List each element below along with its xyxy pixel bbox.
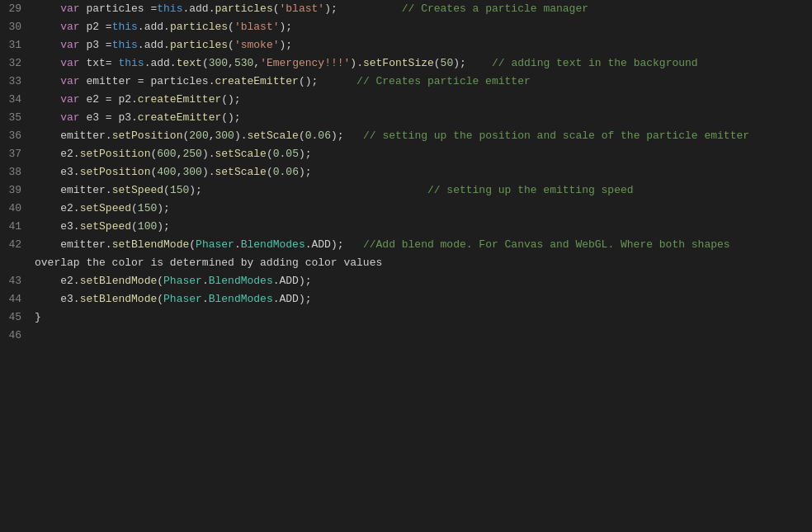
- code-line: 46: [0, 327, 812, 345]
- line-number: 44: [0, 290, 35, 308]
- code-line: 45}: [0, 308, 812, 327]
- line-content: e3.setBlendMode(Phaser.BlendModes.ADD);: [35, 290, 812, 308]
- line-content: e3.setPosition(400,300).setScale(0.06);: [35, 163, 812, 181]
- code-line-continuation: overlap the color is determined by addin…: [0, 254, 812, 272]
- line-content: var particles =this.add.particles('blast…: [35, 0, 812, 18]
- line-content: e3.setSpeed(100);: [35, 218, 812, 236]
- line-number: 34: [0, 91, 35, 109]
- line-content: var txt= this.add.text(300,530,'Emergenc…: [35, 54, 812, 73]
- code-line: 30 var p2 =this.add.particles('blast');: [0, 18, 812, 36]
- line-content: var e2 = p2.createEmitter();: [35, 91, 812, 109]
- line-number: 35: [0, 109, 35, 127]
- line-content: e2.setBlendMode(Phaser.BlendModes.ADD);: [35, 272, 812, 290]
- line-number: 37: [0, 145, 35, 163]
- code-editor: 29 var particles =this.add.particles('bl…: [0, 0, 812, 532]
- line-content: e2.setPosition(600,250).setScale(0.05);: [35, 145, 812, 163]
- line-content: var e3 = p3.createEmitter();: [35, 109, 812, 127]
- line-number: 39: [0, 181, 35, 200]
- code-line: 32 var txt= this.add.text(300,530,'Emerg…: [0, 54, 812, 73]
- line-content: emitter.setSpeed(150); // setting up the…: [35, 181, 812, 200]
- line-number: 42: [0, 236, 35, 254]
- code-line: 34 var e2 = p2.createEmitter();: [0, 91, 812, 109]
- line-content: emitter.setPosition(200,300).setScale(0.…: [35, 127, 812, 145]
- line-content: var p2 =this.add.particles('blast');: [35, 18, 812, 36]
- line-number: 33: [0, 73, 35, 91]
- code-line: 29 var particles =this.add.particles('bl…: [0, 0, 812, 18]
- line-content: var emitter = particles.createEmitter();…: [35, 73, 812, 91]
- line-number: 43: [0, 272, 35, 290]
- line-content: }: [35, 308, 812, 327]
- line-number: 46: [0, 327, 35, 345]
- line-content-continuation: overlap the color is determined by addin…: [35, 254, 812, 272]
- code-line: 36 emitter.setPosition(200,300).setScale…: [0, 127, 812, 145]
- line-number: 41: [0, 218, 35, 236]
- line-number: 45: [0, 308, 35, 327]
- code-line: 44 e3.setBlendMode(Phaser.BlendModes.ADD…: [0, 290, 812, 308]
- code-line: 42 emitter.setBlendMode(Phaser.BlendMode…: [0, 236, 812, 254]
- line-content: var p3 =this.add.particles('smoke');: [35, 36, 812, 54]
- code-line: 37 e2.setPosition(600,250).setScale(0.05…: [0, 145, 812, 163]
- line-content: e2.setSpeed(150);: [35, 200, 812, 218]
- code-line: 35 var e3 = p3.createEmitter();: [0, 109, 812, 127]
- code-line: 40 e2.setSpeed(150);: [0, 200, 812, 218]
- line-number: 30: [0, 18, 35, 36]
- line-number: 31: [0, 36, 35, 54]
- line-number: 38: [0, 163, 35, 181]
- line-number: 29: [0, 0, 35, 18]
- code-line: 43 e2.setBlendMode(Phaser.BlendModes.ADD…: [0, 272, 812, 290]
- line-number: 36: [0, 127, 35, 145]
- code-line: 41 e3.setSpeed(100);: [0, 218, 812, 236]
- line-number: 40: [0, 200, 35, 218]
- line-number: 32: [0, 54, 35, 73]
- code-line: 33 var emitter = particles.createEmitter…: [0, 73, 812, 91]
- line-content: emitter.setBlendMode(Phaser.BlendModes.A…: [35, 236, 812, 254]
- code-line: 31 var p3 =this.add.particles('smoke');: [0, 36, 812, 54]
- code-line: 38 e3.setPosition(400,300).setScale(0.06…: [0, 163, 812, 181]
- code-line: 39 emitter.setSpeed(150); // setting up …: [0, 181, 812, 200]
